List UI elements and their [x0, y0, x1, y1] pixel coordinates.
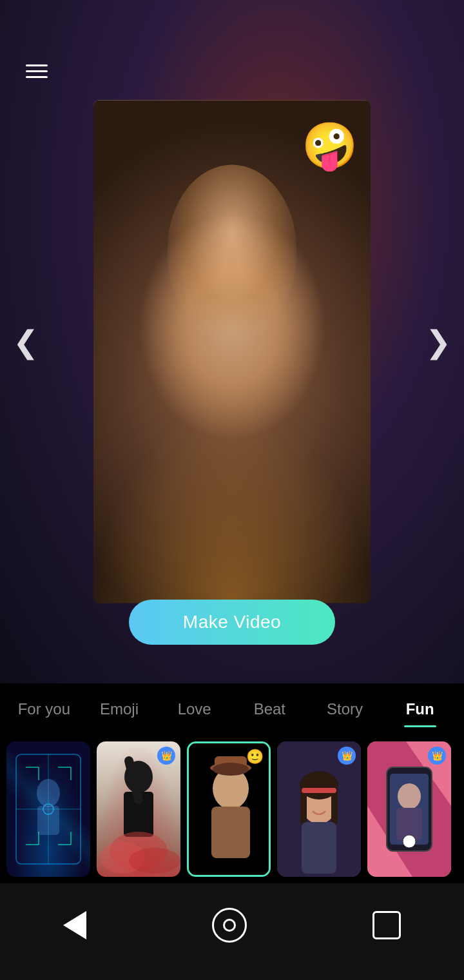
thumb-5-crown: 👑	[428, 747, 446, 765]
video-frame	[93, 101, 371, 603]
svg-point-25	[213, 763, 249, 776]
hamburger-line-3	[26, 76, 48, 78]
svg-point-40	[403, 835, 416, 848]
emoji-sticker: 🤪	[302, 119, 358, 172]
menu-button[interactable]	[26, 64, 48, 78]
next-button[interactable]: ❯	[425, 324, 451, 360]
tab-story[interactable]: Story	[307, 694, 383, 725]
svg-point-12	[37, 779, 60, 807]
thumb-4-crown: 👑	[338, 747, 356, 765]
make-video-button[interactable]: Make Video	[129, 600, 335, 645]
tab-love[interactable]: Love	[157, 694, 232, 725]
svg-rect-31	[302, 822, 336, 874]
thumbnail-2[interactable]: 👑	[97, 741, 180, 877]
svg-rect-22	[211, 807, 250, 858]
category-tabs: For you Emoji Love Beat Story Fun	[0, 683, 464, 735]
face-highlight	[168, 165, 296, 333]
bottom-navigation	[0, 883, 464, 980]
home-icon	[212, 908, 247, 943]
hamburger-line-2	[26, 70, 48, 72]
back-button[interactable]	[63, 911, 86, 939]
square-icon	[372, 911, 401, 939]
svg-point-19	[129, 848, 180, 874]
video-area: 🤪 ❮ ❯ Make Video	[0, 0, 464, 683]
thumb-2-crown: 👑	[157, 747, 175, 765]
svg-rect-39	[390, 774, 429, 845]
svg-rect-32	[302, 788, 336, 793]
tab-fun[interactable]: Fun	[382, 694, 458, 725]
thumbnails-row: 👑 🙂	[0, 735, 464, 883]
prev-button[interactable]: ❮	[13, 324, 39, 360]
tab-beat[interactable]: Beat	[232, 694, 307, 725]
circuit-pattern	[6, 741, 90, 877]
hamburger-line-1	[26, 64, 48, 66]
bottom-glow	[93, 410, 371, 603]
home-button[interactable]	[212, 908, 247, 943]
tab-emoji[interactable]: Emoji	[82, 694, 157, 725]
back-icon	[63, 911, 86, 939]
svg-rect-13	[37, 806, 59, 835]
thumbnail-5[interactable]: 👑	[367, 741, 451, 877]
thumbnail-3[interactable]: 🙂	[187, 741, 271, 877]
tab-for-you[interactable]: For you	[6, 694, 82, 725]
thumb-3-smiley: 🙂	[246, 749, 264, 765]
recents-button[interactable]	[372, 911, 401, 939]
thumbnail-4[interactable]: 👑	[277, 741, 361, 877]
thumbnail-1[interactable]	[6, 741, 90, 877]
home-circle-inner	[223, 919, 236, 932]
